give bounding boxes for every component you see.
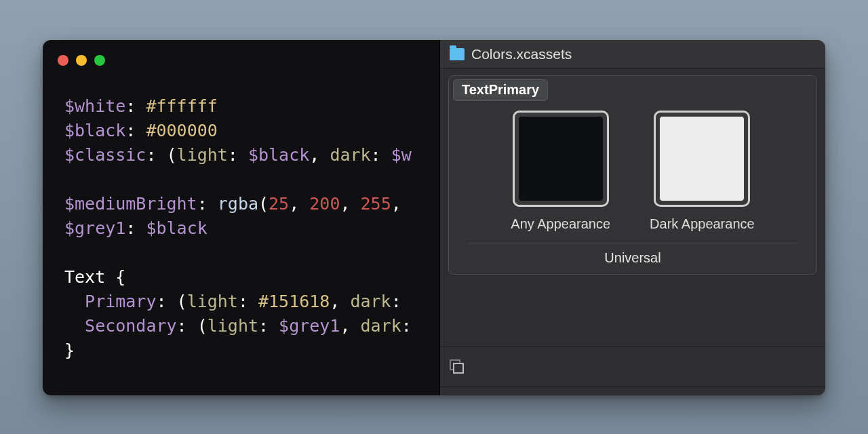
swatch-color: [659, 116, 745, 201]
code-hex: #ffffff: [146, 96, 217, 116]
window-controls: [43, 55, 439, 94]
swatch-label: Dark Appearance: [650, 216, 755, 232]
app-windows: $white: #ffffff $black: #000000 $classic…: [43, 40, 825, 395]
panel-header: Colors.xcassets: [440, 40, 825, 68]
close-icon[interactable]: [58, 55, 68, 66]
asset-catalog-panel: Colors.xcassets TextPrimary Any Appearan…: [439, 40, 825, 395]
code-var: $white: [64, 96, 125, 116]
source-code[interactable]: $white: #ffffff $black: #000000 $classic…: [43, 94, 439, 363]
code-var: $classic: [64, 145, 146, 165]
mask-icon[interactable]: [450, 359, 465, 374]
code-hex: #000000: [146, 121, 217, 140]
code-var: $black: [64, 121, 125, 140]
swatch-dark-appearance[interactable]: Dark Appearance: [650, 111, 755, 232]
code-editor-window: $white: #ffffff $black: #000000 $classic…: [43, 40, 439, 395]
zoom-icon[interactable]: [94, 55, 105, 66]
swatch-label: Any Appearance: [511, 216, 610, 232]
code-block-name: Text: [64, 267, 105, 287]
asset-card: TextPrimary Any Appearance Dark Appearan…: [448, 75, 817, 275]
swatch-row: Any Appearance Dark Appearance: [449, 101, 816, 232]
panel-toolbar: [440, 347, 825, 387]
folder-icon: [450, 48, 465, 60]
code-var: $mediumBright: [64, 194, 197, 214]
catalog-filename: Colors.xcassets: [471, 46, 572, 62]
swatch-color: [518, 116, 604, 201]
universal-label: Universal: [468, 243, 797, 266]
minimize-icon[interactable]: [76, 55, 87, 66]
code-func: rgba: [218, 194, 258, 214]
code-var: $grey1: [64, 218, 125, 238]
swatch-well[interactable]: [513, 111, 609, 207]
swatch-any-appearance[interactable]: Any Appearance: [511, 111, 610, 232]
panel-gutter: [440, 387, 825, 395]
color-asset-name[interactable]: TextPrimary: [453, 79, 548, 101]
swatch-well[interactable]: [654, 111, 750, 207]
